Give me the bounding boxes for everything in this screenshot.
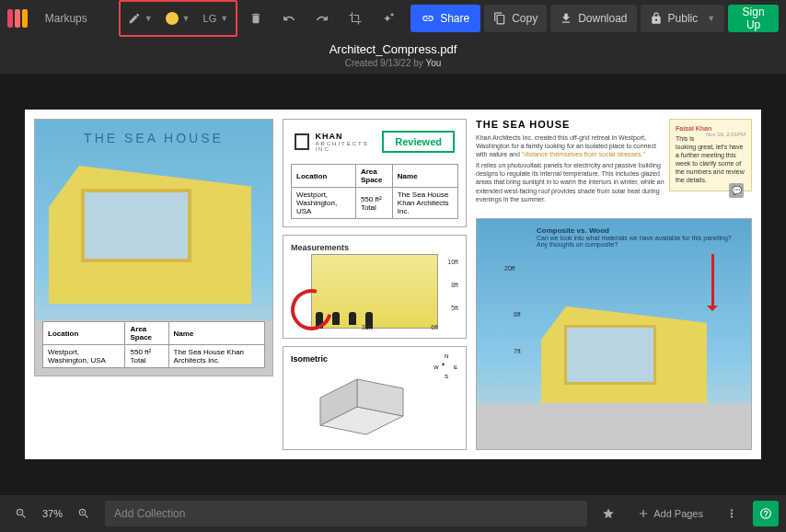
annotation-tools-highlight: ▼ ▼ LG ▼ (119, 0, 237, 37)
zoom-in-icon (77, 507, 90, 520)
size-picker-button[interactable]: LG ▼ (198, 4, 235, 33)
hand-drawn-arrow-annotation (711, 254, 714, 309)
add-pages-button[interactable]: Add Pages (630, 501, 711, 526)
redo-icon (316, 12, 329, 25)
delete-button[interactable] (241, 4, 271, 33)
crop-icon (349, 12, 362, 25)
markups-label: Markups (45, 12, 87, 25)
sparkle-icon (382, 12, 395, 25)
favorite-button[interactable] (595, 501, 622, 526)
link-icon (422, 12, 434, 25)
color-swatch (166, 12, 179, 25)
section-title: THE SEA HOUSE (476, 119, 665, 130)
pdf-page: THE SEA HOUSE LocationArea SpaceName Wes… (25, 110, 761, 459)
isometric-diagram (302, 370, 431, 448)
download-label: Download (578, 12, 627, 25)
document-canvas[interactable]: THE SEA HOUSE LocationArea SpaceName Wes… (0, 74, 786, 495)
help-icon (759, 507, 772, 520)
pen-tool-button[interactable]: ▼ (122, 4, 158, 33)
signup-button[interactable]: Sign Up (728, 5, 779, 32)
document-titlebar: Architect_Compress.pdf Created 9/13/22 b… (0, 37, 786, 74)
isometric-panel: Isometric N W E S ✦ (283, 346, 467, 450)
share-label: Share (440, 12, 469, 25)
bottom-toolbar: 37% Add Pages (0, 495, 786, 532)
more-options-button[interactable] (718, 501, 746, 526)
measurements-panel: Measurements 10ft 8ft 5ft 30ft 6ft (283, 235, 467, 339)
hero-title: THE SEA HOUSE (35, 131, 272, 145)
more-vertical-icon (725, 507, 738, 520)
lock-icon (650, 12, 663, 25)
visibility-label: Public (668, 12, 699, 25)
detail-image-panel: Composite vs. Wood Can we look into what… (476, 218, 752, 450)
chevron-down-icon: ▼ (144, 14, 153, 23)
section-description: Khan Architects Inc. created this off-gr… (476, 133, 665, 158)
info-table: LocationArea SpaceName Westport, Washing… (42, 321, 265, 368)
color-picker-button[interactable]: ▼ (160, 4, 196, 33)
chevron-down-icon: ▼ (707, 14, 715, 23)
pen-icon (128, 12, 141, 25)
size-label: LG (203, 13, 217, 24)
markups-button[interactable]: Markups (39, 4, 88, 33)
zoom-percentage: 37% (42, 508, 63, 519)
visibility-button[interactable]: Public ▼ (641, 5, 725, 32)
zoom-out-button[interactable] (7, 501, 35, 526)
help-button[interactable] (753, 501, 779, 526)
share-button[interactable]: Share (410, 5, 480, 32)
reviewed-badge: Reviewed (382, 131, 455, 153)
document-meta: Created 9/13/22 by You (345, 58, 442, 68)
redo-button[interactable] (307, 4, 337, 33)
copy-icon (493, 12, 506, 25)
app-logo[interactable] (7, 9, 28, 28)
hero-image-panel: THE SEA HOUSE LocationArea SpaceName Wes… (34, 119, 273, 376)
magic-button[interactable] (374, 4, 403, 33)
trash-icon (249, 12, 262, 25)
header-panel: KHANARCHITECTS INC. Reviewed LocationAre… (283, 119, 467, 227)
star-icon (602, 507, 615, 520)
document-title: Architect_Compress.pdf (329, 42, 457, 56)
header-info-table: LocationArea SpaceName Westport, Washing… (291, 164, 458, 219)
download-button[interactable]: Download (550, 5, 636, 32)
undo-icon (283, 12, 295, 25)
copy-button[interactable]: Copy (484, 5, 547, 32)
chevron-down-icon: ▼ (220, 14, 228, 23)
collection-input[interactable] (105, 501, 587, 526)
zoom-in-button[interactable] (70, 501, 98, 526)
copy-label: Copy (512, 12, 537, 25)
chevron-down-icon: ▼ (182, 14, 191, 23)
top-toolbar: Markups ▼ ▼ LG ▼ Share Copy (0, 0, 786, 37)
khan-logo: KHANARCHITECTS INC. (295, 132, 382, 152)
comment-sticky-note[interactable]: Faisal Khan Nov 16, 2:01PM This is looki… (669, 119, 752, 191)
zoom-out-icon (15, 507, 28, 520)
download-icon (560, 12, 572, 25)
crop-button[interactable] (341, 4, 370, 33)
undo-button[interactable] (274, 4, 304, 33)
comment-marker-icon[interactable]: 💬 (729, 183, 744, 198)
add-page-icon (637, 507, 650, 520)
